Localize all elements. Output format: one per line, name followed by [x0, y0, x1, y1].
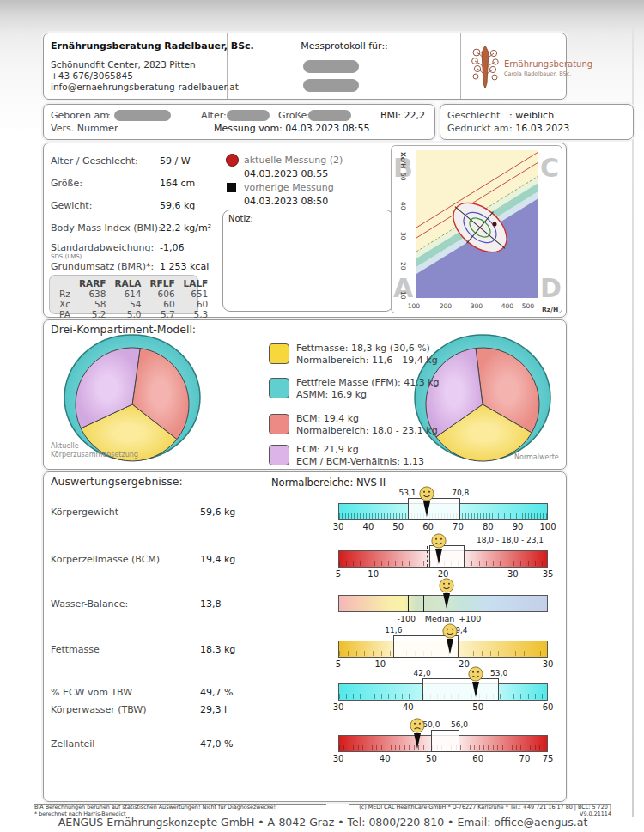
axis-tick-label: 40	[380, 754, 391, 763]
pie-normal-values	[410, 332, 556, 468]
axis-tick-label: 30	[333, 754, 344, 763]
header-divider-2	[460, 33, 461, 99]
xtick-100: 100	[408, 302, 421, 310]
impedance-table-grid: RARFRALARFLFLALFRz638614606651Xc58546060…	[55, 278, 212, 319]
axis-tick-label: 60	[472, 754, 483, 763]
normal-lo-label: 53,1	[398, 489, 416, 497]
axis-tick-label: 50	[472, 702, 483, 712]
scale-bar: -100Median+100	[338, 573, 548, 621]
result-label: Körpergewicht	[51, 507, 118, 518]
gedruckt-label: Gedruckt am	[447, 123, 508, 134]
normal-hi-label: 56,0	[451, 720, 468, 729]
zone-divider	[459, 595, 459, 612]
smiley-sad-icon	[410, 718, 425, 737]
result-value: 19,4 kg	[200, 554, 235, 565]
ytick-10: 10	[399, 291, 407, 300]
geschlecht-label: Geschlecht	[447, 110, 500, 121]
notiz-box: Notiz:	[222, 210, 393, 312]
legend-swatch	[269, 445, 289, 465]
result-row: Wasser-Balance:13,8-100Median+100	[44, 573, 566, 622]
legend-swatch	[269, 343, 289, 364]
redacted-height	[308, 110, 351, 121]
quadrant-D: D	[540, 273, 562, 303]
protocol-title: Messprotokoll für::	[250, 40, 439, 52]
row-bmr-label: Grundumsatz (BMR)*:	[51, 261, 154, 272]
zone-divider	[423, 595, 424, 612]
measurement-box: Alter / Geschlecht: 59 / W Größe: 164 cm…	[43, 143, 567, 318]
bmi-value: BMI: 22,2	[380, 110, 425, 121]
normal-range-box	[431, 730, 459, 752]
scale-bar: 11,619,45102030	[338, 618, 548, 666]
smiley-happy-icon	[431, 533, 447, 552]
impedance-table: RARFRALARFLFLALFRz638614606651Xc58546060…	[49, 275, 198, 314]
notiz-label: Notiz:	[228, 214, 253, 223]
quadrant-C: C	[540, 153, 559, 183]
axis-tick-label: 70	[519, 754, 531, 763]
result-value: 13,8	[200, 598, 222, 610]
xtick-300: 300	[471, 302, 483, 310]
xtick-500: 500	[522, 302, 535, 310]
alter-label: Alter:	[201, 110, 227, 121]
previous-measurement-date: 04.03.2023 08:50	[244, 196, 328, 207]
logo-tree-icon	[468, 40, 502, 92]
groesse-label: Größe:	[278, 110, 310, 121]
x-axis-label: Rz/H	[542, 306, 558, 313]
ytick-40: 40	[399, 202, 407, 210]
result-row: Zellanteil47,0 %50,056,0304050607075	[44, 713, 566, 762]
report-page: Ernährungsberatung Radelbauer, BSc. Schö…	[0, 0, 644, 832]
result-row: Körperzellmasse (BCM)19,4 kg18,0 - 18,0 …	[44, 528, 566, 578]
row-groesse-value: 164 cm	[160, 178, 195, 189]
impedance-row: Xc58546060	[55, 299, 212, 309]
axis-tick-label: 30	[333, 702, 344, 712]
result-value: 47,0 %	[200, 738, 233, 750]
pie-current-composition	[59, 332, 205, 468]
normal-hi-label: 70,8	[452, 489, 469, 497]
measurement-point	[493, 222, 497, 227]
scale-bar: 18,0 - 18,0 - 23,1510203035	[338, 528, 548, 576]
row-groesse-label: Größe:	[51, 178, 82, 189]
axis-tick-label: 50	[426, 754, 437, 763]
pie-right-caption: Normalwerte	[514, 453, 559, 461]
footer-company-line: AENGUS Ernährungskonzepte GmbH • A-8042 …	[34, 816, 611, 829]
redacted-birthdate	[114, 110, 171, 121]
result-label: Körperzellmasse (BCM)	[51, 554, 160, 565]
previous-measurement-label: vorherige Messung	[244, 182, 334, 193]
result-label: Zellanteil	[51, 738, 94, 750]
row-std-label: Standardabweichung:	[51, 242, 154, 253]
row-gewicht-value: 59,6 kg	[160, 200, 195, 211]
born-colon: :	[107, 110, 111, 121]
zone-divider	[408, 595, 409, 612]
result-value: 59,6 kg	[200, 507, 235, 518]
result-row: Körpergewicht59,6 kg53,170,8304050607080…	[44, 481, 566, 531]
practice-email: info@ernaehrungsberatung-radelbauer.at	[51, 82, 239, 92]
impedance-row: PA5,25,05,75,3	[55, 309, 212, 319]
pie-left-caption-1: Aktuelle	[51, 442, 79, 450]
compartment-box: Drei-Kompartiment-Modell: Aktuelle Körpe…	[43, 319, 567, 470]
normal-lo-label: 11,6	[385, 626, 402, 635]
logo-carrot	[482, 46, 489, 88]
normal-lo-label: 42,0	[414, 669, 431, 677]
axis-tick-label: 40	[403, 702, 414, 712]
scale-bar: 50,056,0304050607075	[338, 713, 548, 761]
pie-left-caption-2: Körperzusammensetzung	[51, 451, 138, 459]
row-bmi-value: 22,2 kg/m²	[160, 222, 211, 234]
row-bmr-value: 1 253 kcal	[160, 261, 209, 272]
smiley-happy-icon	[468, 666, 483, 685]
logo-subtitle: Carola Radelbauer, BSc.	[504, 70, 571, 77]
result-row: % ECW vom TBW49,7 %Körperwasser (TBW)29,…	[44, 661, 566, 711]
patient-info-box: Geboren am : Vers. Nummer : Alter: Größe…	[43, 104, 435, 140]
ytick-30: 30	[399, 232, 407, 240]
result-label: % ECW vom TBW	[51, 687, 132, 698]
zone-divider	[477, 595, 477, 612]
impedance-row: Rz638614606651	[55, 288, 212, 299]
practice-name: Ernährungsberatung Radelbauer, BSc.	[51, 40, 254, 52]
xtick-400: 400	[501, 302, 514, 310]
result-value: 49,7 %	[200, 687, 233, 698]
axis-tick-label: 75	[543, 754, 554, 763]
normal-dashed-line	[427, 546, 428, 567]
scale-bar: 53,170,830405060708090100	[338, 481, 548, 529]
previous-measurement-icon	[227, 183, 236, 192]
messung-vom: Messung vom: 04.03.2023 08:55	[214, 123, 369, 134]
result-label: Fettmasse	[51, 644, 100, 655]
row-alter-value: 59 / W	[160, 155, 191, 167]
